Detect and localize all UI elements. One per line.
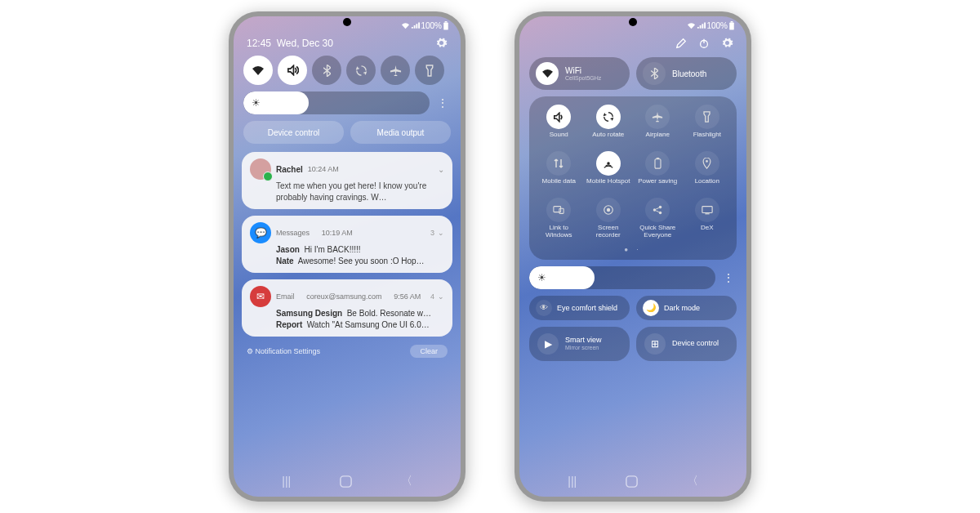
wifi-toggle[interactable] <box>243 56 273 85</box>
recent-apps-button[interactable]: ||| <box>282 475 291 488</box>
bluetooth-tile[interactable]: Bluetooth <box>636 57 737 90</box>
home-button[interactable] <box>339 475 353 488</box>
power-icon[interactable] <box>698 38 710 49</box>
back-button[interactable]: 〈 <box>401 474 412 488</box>
home-button[interactable] <box>625 475 639 488</box>
chevron-down-icon[interactable]: ⌄ <box>438 229 444 237</box>
notif-time: 9:56 AM <box>394 292 421 301</box>
notification-panel-screen: 100% 12:45 Wed, Dec 30 <box>234 16 461 497</box>
wifi-tile[interactable]: WiFi CellSpot5GHz <box>529 57 630 90</box>
wifi-icon <box>401 22 410 29</box>
dex-icon <box>695 198 719 222</box>
email-icon: ✉ <box>250 286 271 307</box>
clear-button[interactable]: Clear <box>410 345 448 358</box>
notif-body: Samsung Design Be Bold. Resonate w… Repo… <box>250 308 444 330</box>
svg-rect-4 <box>731 21 733 22</box>
media-output-button[interactable]: Media output <box>350 121 451 144</box>
bluetooth-label: Bluetooth <box>672 69 706 78</box>
wifi-network: CellSpot5GHz <box>565 75 601 82</box>
display-toggle-row: 👁 Eye comfort shield 🌙 Dark mode <box>519 296 746 327</box>
cast-icon: ▶ <box>537 333 559 355</box>
wifi-icon <box>536 62 559 85</box>
dark-mode-toggle[interactable]: 🌙 Dark mode <box>636 296 737 320</box>
msg-sender: Report <box>276 320 302 329</box>
notification-card-messages[interactable]: 💬 Messages 10:19 AM 3⌄ Jason Hi I'm BACK… <box>242 216 452 273</box>
brightness-slider[interactable]: ☀ <box>243 91 430 114</box>
qs-tile-label: Flashlight <box>693 132 721 145</box>
device-control-label: Device control <box>672 340 719 348</box>
panel-header <box>519 33 746 54</box>
notification-settings-link[interactable]: ⚙ Notification Settings <box>247 347 320 355</box>
chevron-down-icon[interactable]: ⌄ <box>438 165 444 174</box>
brightness-more-icon[interactable]: ⋮ <box>720 271 737 284</box>
page-indicator[interactable]: ● · <box>534 246 732 255</box>
moon-icon: 🌙 <box>643 300 659 316</box>
wifi-icon <box>687 22 696 29</box>
bottom-tile-row: ▶ Smart view Mirror screen ⊞ Device cont… <box>519 327 746 368</box>
svg-rect-3 <box>729 22 734 29</box>
svg-point-15 <box>653 208 657 212</box>
eye-comfort-label: Eye comfort shield <box>557 304 617 312</box>
back-button[interactable]: 〈 <box>687 474 698 488</box>
airplane-toggle[interactable] <box>381 56 410 85</box>
bluetooth-toggle[interactable] <box>312 56 341 85</box>
notif-sender: Rachel <box>276 165 303 174</box>
qs-tile-location[interactable]: Location <box>684 151 730 191</box>
notif-time: 10:19 AM <box>322 229 353 237</box>
rotate-toggle[interactable] <box>346 56 376 85</box>
qs-tile-rotate[interactable]: Auto rotate <box>586 105 631 145</box>
qs-tile-sound[interactable]: Sound <box>536 105 581 145</box>
notification-card-contact[interactable]: Rachel 10:24 AM ⌄ Text me when you get h… <box>242 152 452 209</box>
brightness-fill: ☀ <box>529 266 595 289</box>
edit-icon[interactable] <box>675 38 687 49</box>
brightness-more-icon[interactable]: ⋮ <box>434 96 451 109</box>
qs-tile-airplane[interactable]: Airplane <box>635 105 680 145</box>
brightness-slider-row: ☀ ⋮ <box>234 91 461 121</box>
record-icon <box>596 198 621 222</box>
qs-tile-label: Screen recorder <box>586 225 631 239</box>
qs-tile-link[interactable]: Link to Windows <box>536 198 581 239</box>
qs-tile-label: Airplane <box>646 132 670 145</box>
dark-mode-label: Dark mode <box>664 304 700 312</box>
svg-point-10 <box>706 160 708 163</box>
flashlight-toggle[interactable] <box>415 56 444 85</box>
qs-tile-hotspot[interactable]: Mobile Hotspot <box>586 151 631 191</box>
qs-tile-label: Mobile Hotspot <box>586 178 630 191</box>
qs-tile-data[interactable]: Mobile data <box>536 151 581 191</box>
qs-tile-record[interactable]: Screen recorder <box>586 198 631 239</box>
qs-tile-share[interactable]: Quick Share Everyone <box>635 198 680 239</box>
sound-toggle[interactable] <box>278 56 307 85</box>
battery-percent: 100% <box>706 21 728 30</box>
brightness-slider-row: ☀ ⋮ <box>519 266 746 296</box>
messages-icon: 💬 <box>250 222 271 243</box>
airplane-icon <box>645 105 670 129</box>
notif-count: 3 <box>430 229 434 237</box>
phone-left: 100% 12:45 Wed, Dec 30 <box>229 11 466 502</box>
presence-badge <box>263 172 273 181</box>
flashlight-icon <box>695 105 719 129</box>
phone-right: 100% WiFi CellSpot5GHz Bluetooth <box>514 11 751 502</box>
notification-card-email[interactable]: ✉ Email coreux@samsung.com 9:56 AM 4⌄ Sa… <box>242 279 452 337</box>
settings-icon[interactable] <box>435 37 448 49</box>
smart-view-tile[interactable]: ▶ Smart view Mirror screen <box>529 327 630 361</box>
svg-point-16 <box>659 206 662 209</box>
signal-icon <box>697 22 706 29</box>
msg-sender: Jason <box>276 245 300 254</box>
device-control-button[interactable]: Device control <box>243 121 344 144</box>
qs-tile-label: Sound <box>550 132 568 145</box>
qs-tile-battery[interactable]: Power saving <box>635 151 680 191</box>
rotate-icon <box>596 105 621 129</box>
msg-text: Awesome! See you soon :O Hop… <box>298 256 425 265</box>
eye-comfort-toggle[interactable]: 👁 Eye comfort shield <box>529 296 630 320</box>
notification-settings-label: Notification Settings <box>256 347 321 355</box>
brightness-slider[interactable]: ☀ <box>529 266 715 289</box>
chevron-down-icon[interactable]: ⌄ <box>438 292 444 301</box>
recent-apps-button[interactable]: ||| <box>568 475 577 488</box>
qs-tile-dex[interactable]: DeX <box>684 198 730 239</box>
device-control-tile[interactable]: ⊞ Device control <box>636 327 737 361</box>
svg-point-14 <box>607 208 610 212</box>
svg-rect-20 <box>626 475 637 486</box>
qs-tile-flashlight[interactable]: Flashlight <box>684 105 730 145</box>
svg-rect-18 <box>702 207 712 213</box>
settings-icon[interactable] <box>721 37 733 49</box>
